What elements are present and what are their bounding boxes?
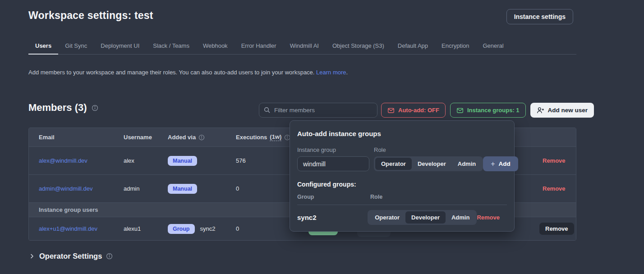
page-title: Workspace settings: test [28, 9, 153, 22]
learn-more-link[interactable]: Learn more [316, 69, 346, 76]
member-username: admin [124, 185, 168, 192]
add-group-button[interactable]: + Add [483, 156, 518, 171]
added-via-badge: Manual [168, 156, 197, 166]
filter-members-box [259, 103, 377, 118]
tab-general[interactable]: General [476, 39, 510, 55]
auto-add-button[interactable]: Auto-add: OFF [381, 103, 446, 118]
role-label: Role [374, 146, 483, 153]
member-email-link[interactable]: admin@windmill.dev [39, 185, 92, 192]
tab-deployment-ui[interactable]: Deployment UI [94, 39, 146, 55]
add-new-user-button[interactable]: Add new user [530, 103, 594, 118]
auto-add-instance-groups-popup: Auto-add instance groups Instance group … [290, 120, 515, 232]
popup-title: Auto-add instance groups [297, 130, 507, 137]
operator-settings-toggle[interactable]: Operator Settings [28, 252, 113, 260]
info-icon[interactable] [106, 253, 113, 260]
header-added-via: Added via [168, 134, 236, 141]
header-executions-label: Executions [236, 134, 267, 141]
member-email-link[interactable]: alex@windmill.dev [39, 157, 87, 164]
member-username: alex [124, 157, 168, 164]
tab-git-sync[interactable]: Git Sync [58, 39, 94, 55]
instance-settings-button[interactable]: Instance settings [506, 9, 573, 24]
header-executions-period: (1w) [270, 133, 281, 141]
user-plus-icon [537, 106, 544, 114]
remove-member-button[interactable]: Remove [543, 185, 566, 192]
role-toggle: Operator Developer Admin [368, 210, 477, 225]
tab-encryption[interactable]: Encryption [435, 39, 476, 55]
instance-group-label: Instance group [297, 146, 369, 153]
added-via-badge: Group [168, 224, 195, 234]
add-group-label: Add [499, 160, 511, 167]
role-admin-button[interactable]: Admin [446, 211, 475, 224]
header-added-via-label: Added via [168, 134, 196, 141]
member-username: alexu1 [124, 225, 168, 232]
settings-tabbar: Users Git Sync Deployment UI Slack / Tea… [28, 39, 576, 55]
tab-object-storage[interactable]: Object Storage (S3) [326, 39, 391, 55]
add-new-user-label: Add new user [548, 107, 588, 114]
remove-group-button[interactable]: Remove [477, 214, 500, 221]
instance-groups-button[interactable]: Instance groups: 1 [450, 103, 526, 118]
remove-member-button[interactable]: Remove [543, 157, 566, 164]
role-admin-button[interactable]: Admin [452, 158, 482, 170]
tab-webhook[interactable]: Webhook [196, 39, 235, 55]
tab-default-app[interactable]: Default App [391, 39, 435, 55]
operator-settings-label: Operator Settings [39, 252, 102, 260]
filter-members-input[interactable] [259, 103, 377, 118]
plus-icon: + [491, 160, 495, 168]
auto-add-label: Auto-add: OFF [398, 107, 439, 114]
header-email: Email [29, 134, 124, 141]
members-title: Members (3) [28, 102, 87, 114]
members-heading: Members (3) [28, 102, 98, 114]
instance-groups-label: Instance groups: 1 [467, 107, 520, 114]
description-suffix: . [346, 69, 348, 76]
header-username: Username [124, 134, 168, 141]
role-operator-button[interactable]: Operator [369, 211, 405, 224]
role-developer-button[interactable]: Developer [412, 158, 452, 170]
tab-error-handler[interactable]: Error Handler [235, 39, 283, 55]
remove-member-button[interactable]: Remove [539, 223, 574, 235]
tab-users[interactable]: Users [28, 39, 58, 55]
chevron-right-icon [28, 253, 35, 260]
popup-add-form: Instance group Role Operator Developer A… [297, 146, 507, 171]
section-label: Instance group users [39, 206, 98, 213]
members-toolbar: Auto-add: OFF Instance groups: 1 Add new… [259, 103, 594, 118]
tab-slack-teams[interactable]: Slack / Teams [146, 39, 196, 55]
group-name: sync2 [200, 225, 216, 232]
search-icon [263, 106, 271, 114]
tab-windmill-ai[interactable]: Windmill AI [283, 39, 326, 55]
role-toggle: Operator Developer Admin [374, 156, 483, 171]
configured-groups-headers: Group Role [297, 194, 507, 200]
role-developer-button[interactable]: Developer [405, 211, 446, 224]
member-email-link[interactable]: alex+u1@windmill.dev [39, 225, 97, 232]
info-icon[interactable] [92, 105, 98, 111]
role-column-label: Role [370, 194, 507, 200]
mail-icon [456, 107, 464, 114]
configured-groups-heading: Configured groups: [297, 181, 507, 188]
instance-settings-label: Instance settings [514, 13, 566, 20]
added-via-badge: Manual [168, 184, 197, 194]
group-column-label: Group [297, 194, 370, 200]
role-operator-button[interactable]: Operator [375, 158, 412, 170]
info-icon[interactable] [198, 134, 205, 141]
instance-group-input[interactable] [297, 156, 369, 171]
configured-group-row: sync2 Operator Developer Admin Remove [297, 210, 507, 225]
divider [297, 205, 507, 205]
configured-group-name: sync2 [297, 214, 368, 221]
page-description: Add members to your workspace and manage… [28, 69, 348, 76]
description-text: Add members to your workspace and manage… [28, 69, 316, 76]
mail-plus-icon [387, 107, 395, 114]
